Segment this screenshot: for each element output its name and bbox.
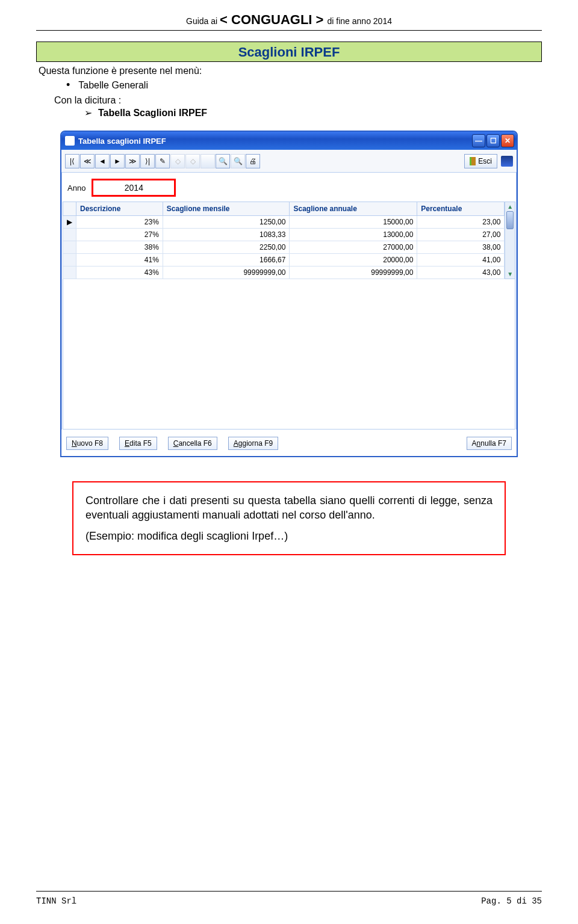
exit-label: Esci [478,157,492,165]
spacer-icon: ◇ [170,154,185,168]
table-row: 38% 2250,00 27000,00 38,00 [63,241,505,254]
header-post: di fine anno 2014 [328,16,392,26]
exit-button[interactable]: Esci [464,154,497,168]
scroll-thumb[interactable] [506,211,514,229]
cell-percentuale[interactable]: 41,00 [417,254,505,266]
help-icon[interactable] [501,156,513,167]
col-annuale[interactable]: Scaglione annuale [290,202,417,216]
table-row: 43% 99999999,00 99999999,00 43,00 [63,266,505,279]
section-title: Scaglioni IRPEF [238,45,340,60]
spacer-icon-2: ◇ [185,154,200,168]
col-descrizione[interactable]: Descrizione [76,202,163,216]
info-callout: Controllare che i dati presenti su quest… [72,481,506,555]
scroll-up-icon[interactable]: ▲ [507,203,513,210]
app-window: Tabella scaglioni IRPEF — ☐ ✕ |⟨ ≪ ◄ ► ≫… [60,131,518,457]
window-titlebar[interactable]: Tabella scaglioni IRPEF — ☐ ✕ [61,132,517,150]
table-row: 41% 1666,67 20000,00 41,00 [63,254,505,266]
footer-divider [36,891,542,892]
next-page-icon[interactable]: ≫ [125,154,140,168]
footer-left: TINN Srl [36,896,76,906]
cell-percentuale[interactable]: 27,00 [417,229,505,241]
app-icon [65,136,75,146]
cell-descrizione[interactable]: 38% [76,241,163,254]
aggiorna-button[interactable]: Aggiorna F9 [228,437,278,450]
cell-percentuale[interactable]: 43,00 [417,266,505,279]
prev-page-icon[interactable]: ≪ [80,154,95,168]
first-record-icon[interactable]: |⟨ [65,154,79,168]
col-percentuale[interactable]: Percentuale [417,202,505,216]
cell-percentuale[interactable]: 38,00 [417,241,505,254]
cell-annuale[interactable]: 99999999,00 [290,266,417,279]
next-record-icon[interactable]: ► [110,154,125,168]
spacer-icon-3 [200,154,215,168]
page-footer: TINN Srl Pag. 5 di 35 [36,896,542,906]
info-text-1: Controllare che i dati presenti su quest… [85,493,493,523]
intro-line-2: Con la dicitura : [54,95,542,106]
prev-record-icon[interactable]: ◄ [95,154,110,168]
cell-descrizione[interactable]: 43% [76,266,163,279]
header-pre: Guida ai [186,16,217,26]
data-grid[interactable]: Descrizione Scaglione mensile Scaglione … [63,202,505,279]
minimize-button[interactable]: — [472,134,485,147]
search-icon[interactable]: 🔍 [216,154,230,168]
cell-mensile[interactable]: 1083,33 [163,229,290,241]
nuovo-button[interactable]: NNuovo F8uovo F8 [66,437,108,450]
cell-annuale[interactable]: 27000,00 [290,241,417,254]
cell-descrizione[interactable]: 27% [76,229,163,241]
table-row: ▶ 23% 1250,00 15000,00 23,00 [63,216,505,229]
table-row: 27% 1083,33 13000,00 27,00 [63,229,505,241]
cell-descrizione[interactable]: 23% [76,216,163,229]
window-footer: NNuovo F8uovo F8 Edita F5 Cancella F6 Ag… [61,430,517,456]
maximize-button[interactable]: ☐ [486,134,500,147]
scroll-down-icon[interactable]: ▼ [507,271,513,277]
anno-label: Anno [67,183,85,192]
cell-annuale[interactable]: 15000,00 [290,216,417,229]
menu-arrow-item: Tabella Scaglioni IRPEF [84,107,542,119]
search-next-icon: 🔍 [231,154,245,168]
menu-bullet: Tabelle Generali [66,79,542,91]
cancella-button[interactable]: Cancella F6 [168,437,217,450]
cell-percentuale[interactable]: 23,00 [417,216,505,229]
last-record-icon[interactable]: ⟩| [140,154,155,168]
print-icon[interactable]: 🖨 [246,154,260,168]
door-icon [470,157,476,165]
footer-right: Pag. 5 di 35 [481,896,542,906]
grid-empty-area [63,279,515,430]
current-row-marker: ▶ [63,216,76,229]
edita-button[interactable]: Edita F5 [119,437,157,450]
cell-mensile[interactable]: 99999999,00 [163,266,290,279]
cell-annuale[interactable]: 13000,00 [290,229,417,241]
window-title: Tabella scaglioni IRPEF [78,137,166,146]
cell-annuale[interactable]: 20000,00 [290,254,417,266]
header-main: < CONGUAGLI > [220,12,327,27]
anno-value: 2014 [125,183,143,192]
cell-mensile[interactable]: 2250,00 [163,241,290,254]
edit-icon[interactable]: ✎ [155,154,170,168]
info-text-2: (Esempio: modifica degli scaglioni Irpef… [85,529,493,543]
page-header: Guida ai < CONGUAGLI > di fine anno 2014 [36,12,542,31]
col-marker [63,202,76,216]
cell-mensile[interactable]: 1250,00 [163,216,290,229]
vertical-scrollbar[interactable]: ▲ ▼ [505,202,515,279]
toolbar: |⟨ ≪ ◄ ► ≫ ⟩| ✎ ◇ ◇ 🔍 🔍 🖨 Esci [61,150,517,173]
intro-line-1: Questa funzione è presente nel menù: [39,66,542,76]
cell-mensile[interactable]: 1666,67 [163,254,290,266]
section-title-box: Scaglioni IRPEF [36,42,542,62]
close-button[interactable]: ✕ [501,134,514,147]
annulla-button[interactable]: Annulla F7 [467,437,512,450]
col-mensile[interactable]: Scaglione mensile [163,202,290,216]
anno-input[interactable]: 2014 [92,179,176,197]
cell-descrizione[interactable]: 41% [76,254,163,266]
